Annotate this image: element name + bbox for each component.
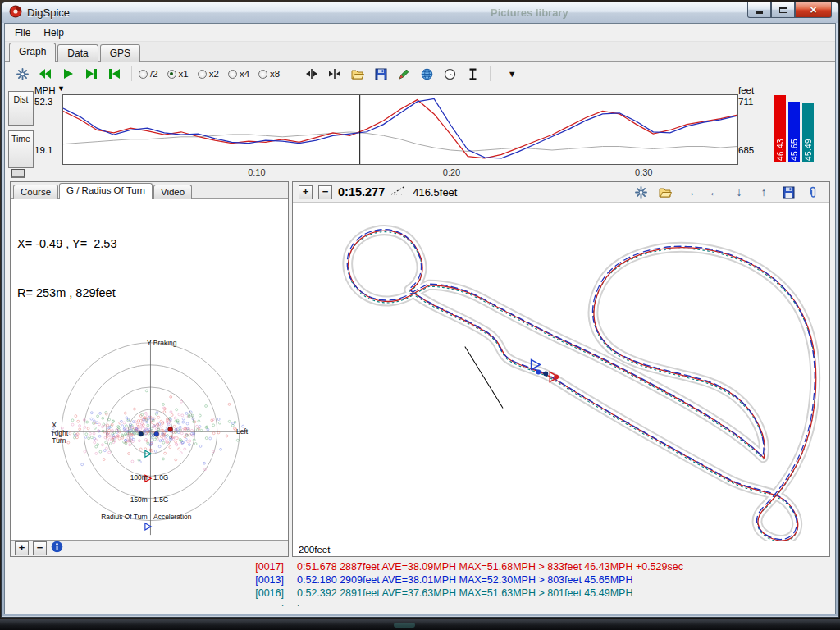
- panel-toggle-icon[interactable]: [11, 169, 25, 178]
- panel-tab-course[interactable]: Course: [13, 185, 58, 199]
- play-button[interactable]: [57, 65, 79, 84]
- clock-button[interactable]: [439, 65, 460, 84]
- titlebar[interactable]: DigSpice Pictures library ×: [2, 2, 838, 23]
- jog-dial-button[interactable]: [630, 183, 651, 202]
- g-scatter-point: [184, 436, 186, 438]
- track-map[interactable]: [293, 203, 829, 541]
- tab-data[interactable]: Data: [57, 44, 98, 62]
- g-scatter-point: [171, 413, 173, 416]
- g-scatter-point: [88, 437, 90, 440]
- panel-tab-video[interactable]: Video: [153, 185, 192, 199]
- g-scatter-point: [176, 437, 178, 440]
- g-scatter-point: [87, 427, 89, 430]
- section-speed-bar[interactable]: 46.43: [774, 95, 786, 162]
- g-scatter-point: [99, 412, 102, 414]
- lap-row[interactable]: [0016]0:52.392 2891feet AVE=37.63MPH MAX…: [5, 587, 835, 600]
- map-scale: 200feet: [293, 541, 829, 556]
- g-scatter-point: [123, 422, 126, 424]
- collapse-h-button[interactable]: [324, 65, 345, 84]
- step-back-button[interactable]: [103, 65, 125, 84]
- speed-option-x4[interactable]: x4: [228, 69, 249, 79]
- tab-gps[interactable]: GPS: [100, 44, 140, 62]
- speed-option-x1[interactable]: x1: [167, 69, 189, 79]
- g-scatter-point: [108, 418, 111, 421]
- close-button[interactable]: ×: [795, 2, 832, 18]
- section-speed-legend: 46.4345.6545.49: [774, 94, 814, 162]
- g-scatter-point: [162, 403, 165, 405]
- y-max-right: 711: [738, 97, 763, 107]
- lap-row[interactable]: [0013]0:52.180 2909feet AVE=38.01MPH MAX…: [5, 573, 835, 587]
- y-min-right: 685: [738, 145, 763, 155]
- g-readout-xy: X= -0.49 , Y= 2.53: [17, 235, 281, 252]
- g-scatter-point: [71, 419, 74, 422]
- radio-icon: [198, 70, 207, 79]
- g-scatter-point: [175, 459, 177, 461]
- g-scatter-point: [131, 460, 134, 463]
- minimize-button[interactable]: [747, 2, 771, 18]
- g-scatter-point: [105, 441, 107, 444]
- edit-tool-button[interactable]: [393, 65, 414, 84]
- maximize-button[interactable]: [771, 2, 795, 18]
- save-button[interactable]: [778, 183, 799, 202]
- map-cursor-line[interactable]: [465, 346, 503, 408]
- g-scatter-point: [165, 438, 167, 441]
- taskbar[interactable]: [0, 619, 840, 630]
- side-tab-time[interactable]: Time: [8, 130, 34, 168]
- g-axis-label: Right: [52, 429, 68, 437]
- g-scatter-point: [170, 395, 172, 398]
- speed-option-x8[interactable]: x8: [258, 69, 280, 79]
- g-scatter-point: [185, 438, 187, 441]
- section-speed-bar[interactable]: 45.49: [802, 103, 814, 162]
- menu-file[interactable]: File: [8, 25, 37, 40]
- arrow-up-button[interactable]: ↑: [753, 183, 774, 202]
- globe-button[interactable]: [416, 65, 437, 84]
- g-scatter-point: [179, 429, 181, 431]
- open-folder-button[interactable]: [655, 183, 676, 202]
- g-scatter-point: [79, 425, 81, 427]
- g-axis-label: Left: [236, 427, 249, 436]
- g-scatter-point: [90, 436, 93, 439]
- lap-stats: 0:52.392 2891feet AVE=37.63MPH MAX=51.63…: [284, 587, 632, 600]
- lap-row[interactable]: [0017]0:51.678 2887feet AVE=38.09MPH MAX…: [5, 560, 835, 573]
- y-axis-unit-left: MPH: [34, 85, 56, 95]
- section-speed-bar[interactable]: 45.65: [788, 102, 800, 162]
- g-circle-plot[interactable]: Y BrakingXRightTurnLeft100m1.0G150m1.5GR…: [11, 336, 287, 540]
- speed-option-x2[interactable]: x2: [198, 69, 219, 79]
- g-scatter-point: [138, 440, 140, 442]
- g-scatter-point: [159, 440, 162, 442]
- app-icon: [9, 5, 22, 21]
- side-tab-dist[interactable]: Dist: [8, 91, 34, 126]
- dropdown-button[interactable]: ▼: [497, 65, 518, 84]
- panel-tab-g-radius-of-turn[interactable]: G / Radius Of Turn: [59, 183, 153, 199]
- x-tick-label: 0:10: [248, 167, 265, 177]
- g-scatter-point: [119, 422, 121, 424]
- g-scatter-point: [79, 428, 81, 431]
- jog-dial-button[interactable]: [11, 65, 33, 84]
- zoom-in-button[interactable]: +: [15, 541, 29, 555]
- g-scatter-point: [194, 443, 197, 445]
- menu-help[interactable]: Help: [37, 25, 71, 40]
- radio-label: x8: [270, 69, 280, 79]
- lap-stats: 0:52.180 2909feet AVE=38.01MPH MAX=52.30…: [284, 573, 632, 587]
- map-zoom-in-button[interactable]: +: [299, 185, 313, 199]
- arrow-right-button[interactable]: →: [679, 183, 701, 202]
- zoom-out-button[interactable]: −: [33, 541, 47, 555]
- save-button[interactable]: [370, 65, 391, 84]
- arrow-left-button[interactable]: ←: [704, 183, 725, 202]
- rewind-button[interactable]: [34, 65, 56, 84]
- cursor-marker-button[interactable]: [462, 65, 483, 84]
- speed-option-div2[interactable]: /2: [139, 69, 158, 79]
- g-scatter-point: [179, 426, 181, 428]
- info-icon[interactable]: [51, 541, 63, 556]
- g-scatter-point: [158, 416, 160, 418]
- map-scale-label: 200feet: [299, 545, 419, 555]
- map-zoom-out-button[interactable]: −: [318, 185, 332, 199]
- tab-graph[interactable]: Graph: [9, 43, 56, 62]
- paperclip-button[interactable]: [802, 183, 824, 202]
- expand-h-button[interactable]: [301, 65, 322, 84]
- g-scatter-point: [205, 405, 208, 408]
- open-folder-button[interactable]: [347, 65, 368, 84]
- speed-chart[interactable]: 0:100:200:30: [62, 94, 738, 165]
- arrow-down-button[interactable]: ↓: [728, 183, 750, 202]
- step-forward-button[interactable]: [80, 65, 102, 84]
